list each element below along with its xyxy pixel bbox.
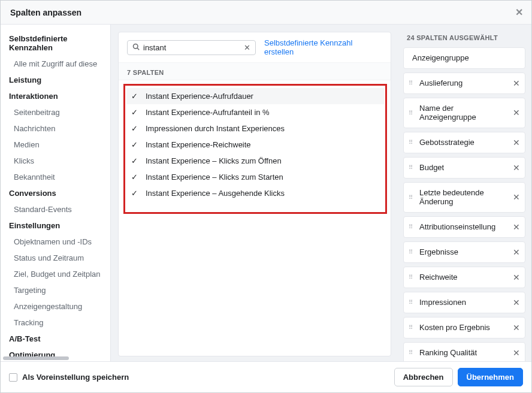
sidebar-group-title[interactable]: Selbstdefinierte Kennzahlen: [1, 31, 110, 56]
checkmark-icon[interactable]: ✓: [131, 189, 141, 198]
drag-handle-icon[interactable]: ⠿: [409, 326, 417, 329]
selected-pill[interactable]: ⠿ Ranking Qualität ✕: [403, 342, 525, 361]
checkmark-icon[interactable]: ✓: [131, 92, 141, 101]
drag-handle-icon[interactable]: ⠿: [409, 141, 417, 144]
customize-columns-modal: Spalten anpassen ✕ Selbstdefinierte Kenn…: [0, 0, 532, 393]
selected-pill[interactable]: ⠿ Budget ✕: [403, 157, 525, 179]
selected-pill[interactable]: ⠿ Letzte bedeutende Änderung ✕: [403, 182, 525, 213]
sidebar-item[interactable]: Bekanntheit: [1, 169, 110, 185]
save-preset-checkbox[interactable]: Als Voreinstellung speichern: [9, 373, 129, 382]
close-icon[interactable]: ✕: [515, 7, 523, 18]
drag-handle-icon[interactable]: ⠿: [409, 81, 417, 84]
result-label: Impressionen durch Instant Experiences: [146, 124, 285, 133]
selected-pill-label: Auslieferung: [419, 78, 509, 88]
sidebar-item[interactable]: Anzeigengestaltung: [1, 298, 110, 315]
drag-handle-icon[interactable]: ⠿: [409, 111, 417, 114]
remove-icon[interactable]: ✕: [509, 247, 520, 257]
remove-icon[interactable]: ✕: [509, 298, 520, 307]
sidebar-categories: Selbstdefinierte Kennzahlen Alle mit Zug…: [1, 25, 111, 361]
selected-pill[interactable]: ⠿ Ergebnisse ✕: [403, 241, 525, 263]
checkmark-icon[interactable]: ✓: [131, 124, 141, 133]
result-label: Instant Experience-Reichweite: [146, 140, 251, 149]
drag-handle-icon[interactable]: ⠿: [409, 166, 417, 169]
selected-pill-label: Impressionen: [419, 298, 509, 307]
remove-icon[interactable]: ✕: [509, 108, 520, 117]
remove-icon[interactable]: ✕: [509, 273, 520, 282]
result-row[interactable]: ✓ Instant Experience-Aufrufdauer: [126, 88, 384, 104]
selected-pill[interactable]: ⠿ Name der Anzeigengruppe ✕: [403, 98, 525, 128]
selected-pill-label: Letzte bedeutende Änderung: [419, 188, 509, 207]
sidebar-item[interactable]: Seitenbeitrag: [1, 104, 110, 120]
results-count-header: 7 SPALTEN: [119, 63, 391, 80]
selected-pill-label: Ergebnisse: [419, 247, 509, 257]
center-panel: ✕ Selbstdefinierte Kennzahl erstellen 7 …: [111, 25, 398, 361]
sidebar-item[interactable]: Klicks: [1, 153, 110, 169]
selected-pill[interactable]: ⠿ Impressionen ✕: [403, 292, 525, 313]
remove-icon[interactable]: ✕: [509, 138, 520, 147]
search-row: ✕ Selbstdefinierte Kennzahl erstellen: [119, 32, 391, 63]
result-label: Instant Experience-Aufrufanteil in %: [146, 108, 270, 117]
drag-handle-icon[interactable]: ⠿: [409, 250, 417, 253]
sidebar-item[interactable]: Tracking: [1, 315, 110, 331]
selected-pill-label: Ranking Qualität: [419, 348, 509, 358]
sidebar-scrollbar[interactable]: [3, 356, 69, 360]
selected-count-header: 24 SPALTEN AUSGEWÄHLT: [403, 32, 525, 47]
result-row[interactable]: ✓ Instant Experience – Klicks zum Öffnen: [126, 153, 384, 169]
selected-pill[interactable]: ⠿ Gebotsstrategie ✕: [403, 132, 525, 153]
checkmark-icon[interactable]: ✓: [131, 173, 141, 182]
sidebar-group-title[interactable]: Leistung: [1, 72, 110, 88]
center-card: ✕ Selbstdefinierte Kennzahl erstellen 7 …: [118, 32, 391, 356]
selected-pill-label: Name der Anzeigengruppe: [419, 104, 509, 122]
sidebar-item[interactable]: Medien: [1, 137, 110, 153]
result-label: Instant Experience – Klicks zum Öffnen: [146, 156, 282, 165]
remove-icon[interactable]: ✕: [509, 78, 520, 88]
result-row[interactable]: ✓ Instant Experience-Aufrufanteil in %: [126, 104, 384, 120]
cancel-button[interactable]: Abbrechen: [394, 368, 453, 386]
checkmark-icon[interactable]: ✓: [131, 156, 141, 165]
remove-icon[interactable]: ✕: [509, 163, 520, 173]
result-label: Instant Experience-Aufrufdauer: [146, 92, 253, 101]
clear-search-icon[interactable]: ✕: [244, 43, 250, 52]
sidebar-item[interactable]: Alle mit Zugriff auf diese: [1, 56, 110, 72]
search-input-wrap[interactable]: ✕: [127, 40, 256, 55]
search-input[interactable]: [143, 43, 244, 52]
result-row[interactable]: ✓ Impressionen durch Instant Experiences: [126, 120, 384, 137]
remove-icon[interactable]: ✕: [509, 323, 520, 332]
remove-icon[interactable]: ✕: [509, 348, 520, 358]
selected-pill-label: Budget: [419, 163, 509, 173]
remove-icon[interactable]: ✕: [509, 222, 520, 232]
drag-handle-icon[interactable]: ⠿: [409, 196, 417, 199]
search-icon: [132, 43, 140, 52]
sidebar-group-title[interactable]: Conversions: [1, 185, 110, 201]
modal-footer: Als Voreinstellung speichern Abbrechen Ü…: [1, 361, 531, 392]
sidebar-group-title[interactable]: A/B-Test: [1, 331, 110, 347]
sidebar-group-title[interactable]: Einstellungen: [1, 217, 110, 234]
sidebar-item[interactable]: Standard-Events: [1, 201, 110, 217]
result-row[interactable]: ✓ Instant Experience – Ausgehende Klicks: [126, 185, 384, 201]
selected-pill[interactable]: ⠿ Reichweite ✕: [403, 267, 525, 288]
sidebar-item[interactable]: Status und Zeitraum: [1, 250, 110, 266]
result-row[interactable]: ✓ Instant Experience-Reichweite: [126, 137, 384, 153]
create-custom-metric-link[interactable]: Selbstdefinierte Kennzahl erstellen: [264, 38, 382, 56]
sidebar-item[interactable]: Nachrichten: [1, 120, 110, 137]
drag-handle-icon[interactable]: ⠿: [409, 225, 417, 228]
checkmark-icon[interactable]: ✓: [131, 108, 141, 117]
selected-pill[interactable]: ⠿ Kosten pro Ergebnis ✕: [403, 317, 525, 338]
result-row[interactable]: ✓ Instant Experience – Klicks zum Starte…: [126, 169, 384, 185]
sidebar-item[interactable]: Targeting: [1, 282, 110, 298]
drag-handle-icon[interactable]: ⠿: [409, 276, 417, 279]
selected-pill[interactable]: ⠿ Auslieferung ✕: [403, 72, 525, 94]
sidebar-group-title[interactable]: Interaktionen: [1, 88, 110, 104]
selected-pill[interactable]: Anzeigengruppe: [403, 47, 525, 69]
selected-pill[interactable]: ⠿ Attributionseinstellung ✕: [403, 216, 525, 238]
drag-handle-icon[interactable]: ⠿: [409, 301, 417, 304]
remove-icon[interactable]: ✕: [509, 192, 520, 202]
checkmark-icon[interactable]: ✓: [131, 140, 141, 149]
sidebar-item[interactable]: Ziel, Budget und Zeitplan: [1, 266, 110, 282]
checkbox-icon[interactable]: [9, 373, 17, 382]
sidebar-item[interactable]: Objektnamen und -IDs: [1, 234, 110, 250]
apply-button[interactable]: Übernehmen: [458, 368, 523, 386]
modal-title: Spalten anpassen: [10, 8, 81, 17]
drag-handle-icon[interactable]: ⠿: [409, 351, 417, 354]
selected-columns-panel: 24 SPALTEN AUSGEWÄHLT Anzeigengruppe ⠿ A…: [398, 25, 531, 361]
